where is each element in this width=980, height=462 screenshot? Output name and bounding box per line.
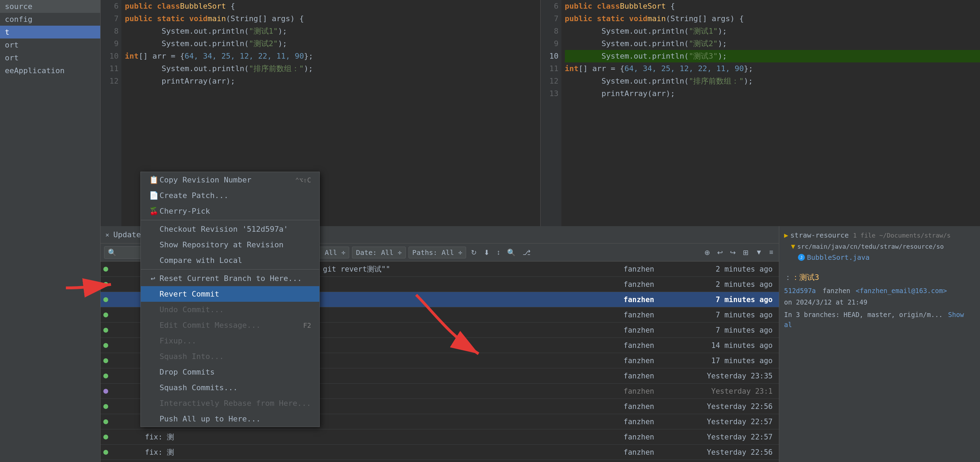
git-user: fanzhen <box>624 357 679 365</box>
ctx-compare-local[interactable]: Compare with Local <box>141 253 320 268</box>
sort-btn[interactable]: ↕ <box>495 247 502 258</box>
git-graph-col <box>103 399 145 414</box>
git-graph-col <box>103 277 145 292</box>
commit-email: <fanzhen_email@163.com> <box>856 287 947 295</box>
ctx-interactive-rebase[interactable]: Interactively Rebase from Here... <box>141 395 320 411</box>
file-tree-root[interactable]: ▶ straw-resource 1 file ~/Documents/stra… <box>784 229 975 241</box>
ctx-separator <box>141 269 320 269</box>
sidebar-item-ort1[interactable]: ort <box>0 38 100 51</box>
sidebar: source config t ort ort eeApplication <box>0 0 100 462</box>
ctx-checkout-revision[interactable]: Checkout Revision '512d597a' <box>141 221 320 237</box>
ctx-copy-revision[interactable]: 📋Copy Revision Number ⌃⌥⇧C <box>141 172 320 188</box>
sidebar-item-t[interactable]: t <box>0 25 100 38</box>
git-user: fanzhen <box>624 311 679 319</box>
ctx-separator <box>141 220 320 220</box>
ctx-cherry-pick[interactable]: 🍒Cherry-Pick <box>141 203 320 219</box>
sidebar-item-source[interactable]: source <box>0 0 100 13</box>
search-log-btn[interactable]: 🔍 <box>505 247 518 258</box>
git-date: Yesterday 22:57 <box>679 417 776 426</box>
file-tree-file[interactable]: J BubbleSort.java <box>784 252 975 263</box>
git-graph-col <box>103 323 145 338</box>
git-msg: fix: 测 <box>145 448 624 457</box>
git-graph-col <box>103 384 145 398</box>
git-user: fanzhen <box>624 296 679 304</box>
sidebar-item-config[interactable]: config <box>0 13 100 25</box>
commit-hash-line: 512d597a fanzhen <fanzhen_email@163.com> <box>784 286 975 296</box>
git-user: fanzhen <box>624 372 679 380</box>
root-name: straw-resource <box>790 231 849 239</box>
ctx-edit-commit-msg[interactable]: Edit Commit Message... F2 <box>141 317 320 333</box>
code-pane-right: 6 7 8 9 10 11 12 13 public class BubbleS… <box>541 0 980 226</box>
commit-branches: In 3 branches: HEAD, master, origin/m...… <box>784 310 975 330</box>
git-msg: fix: 测 <box>145 432 624 442</box>
code-lines-right: public class BubbleSort { public static … <box>562 0 980 226</box>
panel-close-left[interactable]: ✕ <box>105 231 109 238</box>
ctx-undo-commit[interactable]: Undo Commit... <box>141 302 320 317</box>
git-log-row[interactable]: fix: # fanzhen Yesterday 22:54 <box>100 460 779 462</box>
git-user: fanzhen <box>624 448 679 456</box>
git-graph-col <box>103 307 145 322</box>
paths-filter[interactable]: Paths: All ÷ <box>409 247 466 258</box>
commit-hash: 512d597a <box>784 287 816 295</box>
java-file-icon: J <box>798 254 805 261</box>
ctx-squash-commits[interactable]: Squash Commits... <box>141 380 320 395</box>
filter-btn[interactable]: ▼ <box>754 247 765 258</box>
redo-btn[interactable]: ↪ <box>728 247 738 258</box>
branch-view-btn[interactable]: ⎇ <box>520 247 533 258</box>
git-graph-col <box>103 292 145 307</box>
sub-path: src/main/java/cn/tedu/straw/resource/so <box>797 243 944 250</box>
git-user: fanzhen <box>624 280 679 288</box>
ctx-squash-into[interactable]: Squash Into... <box>141 349 320 364</box>
ctx-push-all[interactable]: Push All up to Here... <box>141 411 320 427</box>
git-graph-col <box>103 261 145 276</box>
ctx-show-repo[interactable]: Show Repository at Revision <box>141 237 320 253</box>
git-user: fanzhen <box>624 341 679 350</box>
navigate-btn[interactable]: ⊕ <box>702 247 712 258</box>
grid-btn[interactable]: ⊞ <box>741 247 751 258</box>
git-date: 7 minutes ago <box>679 326 776 335</box>
git-graph-col <box>103 460 145 462</box>
context-menu: 📋Copy Revision Number ⌃⌥⇧C 📄Create Patch… <box>140 172 320 427</box>
file-tree-section: ▶ straw-resource 1 file ~/Documents/stra… <box>779 226 980 267</box>
ctx-revert-commit[interactable]: Revert Commit <box>141 286 320 302</box>
ctx-fixup[interactable]: Fixup... <box>141 333 320 349</box>
sidebar-item-eeapp[interactable]: eeApplication <box>0 64 100 77</box>
git-user: fanzhen <box>624 433 679 441</box>
line-numbers-right: 6 7 8 9 10 11 12 13 <box>541 0 562 226</box>
copy-icon: 📋 <box>149 175 157 184</box>
commit-author: fanzhen <box>822 287 850 295</box>
git-log-row[interactable]: fix: 测 fanzhen Yesterday 22:56 <box>100 444 779 460</box>
commit-date-line: on 2024/3/12 at 21:49 <box>784 297 975 307</box>
sidebar-item-ort2[interactable]: ort <box>0 51 100 64</box>
git-user: fanzhen <box>624 402 679 411</box>
git-graph-col <box>103 353 145 368</box>
ctx-reset-branch[interactable]: ↩Reset Current Branch to Here... <box>141 271 320 286</box>
git-graph-col <box>103 444 145 460</box>
git-date: 7 minutes ago <box>679 296 776 304</box>
git-user: fanzhen <box>624 417 679 426</box>
folder-icon: ▶ <box>784 231 788 239</box>
git-date: Yesterday 22:56 <box>679 448 776 456</box>
git-date: 2 minutes ago <box>679 265 776 273</box>
git-graph-col <box>103 429 145 444</box>
git-log-row[interactable]: fix: 测 fanzhen Yesterday 22:57 <box>100 429 779 444</box>
commit-detail: ：：测试3 512d597a fanzhen <fanzhen_email@16… <box>779 267 980 335</box>
file-count-hint: 1 file ~/Documents/straw/s <box>853 232 951 239</box>
git-date: 17 minutes ago <box>679 357 776 365</box>
git-graph-col <box>103 368 145 383</box>
git-date: Yesterday 23:35 <box>679 372 776 380</box>
git-date: Yesterday 23:1 <box>679 387 776 395</box>
reset-icon: ↩ <box>149 274 157 283</box>
ctx-create-patch[interactable]: 📄Create Patch... <box>141 188 320 203</box>
undo-btn[interactable]: ↩ <box>715 247 725 258</box>
more-btn[interactable]: ≡ <box>767 247 775 258</box>
refresh-btn[interactable]: ↻ <box>469 247 479 258</box>
git-date: 14 minutes ago <box>679 341 776 350</box>
fetch-btn[interactable]: ⬇ <box>482 247 492 258</box>
file-tree-sub[interactable]: ▼ src/main/java/cn/tedu/straw/resource/s… <box>784 241 975 252</box>
git-user: fanzhen <box>624 387 679 395</box>
git-user: fanzhen <box>624 265 679 273</box>
git-graph-col <box>103 338 145 353</box>
date-filter[interactable]: Date: All ÷ <box>352 247 406 258</box>
ctx-drop-commits[interactable]: Drop Commits <box>141 364 320 380</box>
